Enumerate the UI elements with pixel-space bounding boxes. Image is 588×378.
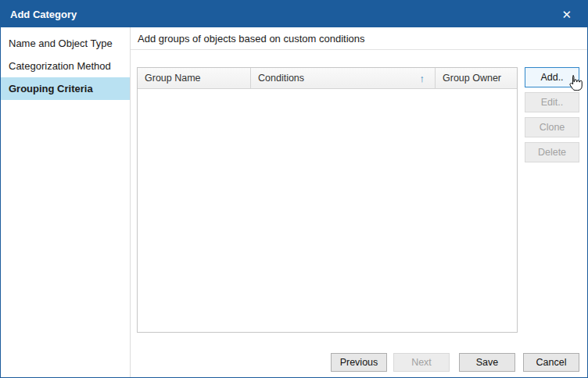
dialog-body: Name and Object Type Categorization Meth… (1, 27, 587, 377)
column-header-group-owner[interactable]: Group Owner (436, 68, 517, 88)
save-button[interactable]: Save (459, 353, 515, 372)
edit-button[interactable]: Edit.. (525, 92, 579, 112)
grouping-criteria-page: Add groups of objects based on custom co… (131, 27, 587, 343)
close-icon[interactable]: ✕ (557, 5, 576, 23)
sort-ascending-icon: ↑ (420, 73, 428, 84)
column-header-label: Group Name (145, 73, 201, 84)
sidebar-item-grouping-criteria[interactable]: Grouping Criteria (1, 77, 130, 100)
delete-button[interactable]: Delete (525, 142, 579, 162)
sidebar-item-categorization-method[interactable]: Categorization Method (1, 55, 130, 77)
previous-button[interactable]: Previous (331, 353, 387, 372)
groups-table: Group Name Conditions ↑ Group Owner (137, 67, 518, 333)
table-header-row: Group Name Conditions ↑ Group Owner (138, 68, 517, 89)
table-area: Group Name Conditions ↑ Group Owner (131, 50, 587, 333)
sidebar: Name and Object Type Categorization Meth… (1, 27, 131, 377)
add-category-dialog: Add Category ✕ Name and Object Type Cate… (0, 0, 588, 378)
table-body-empty[interactable] (138, 89, 517, 332)
column-header-conditions[interactable]: Conditions ↑ (251, 68, 436, 88)
cancel-button[interactable]: Cancel (523, 353, 579, 372)
sidebar-item-name-and-object-type[interactable]: Name and Object Type (1, 32, 130, 55)
column-header-group-name[interactable]: Group Name (138, 68, 251, 88)
table-action-buttons: Add.. Edit.. Clone Delete (525, 67, 579, 333)
window-title: Add Category (10, 9, 557, 20)
dialog-footer: Previous Next Save Cancel (131, 343, 587, 377)
add-button[interactable]: Add.. (525, 67, 579, 87)
column-header-label: Group Owner (443, 73, 501, 84)
next-button[interactable]: Next (393, 353, 450, 372)
clone-button[interactable]: Clone (525, 117, 579, 137)
column-header-label: Conditions (258, 73, 304, 84)
titlebar: Add Category ✕ (1, 1, 587, 27)
content-pane: Add groups of objects based on custom co… (131, 27, 587, 377)
page-description: Add groups of objects based on custom co… (131, 27, 587, 49)
